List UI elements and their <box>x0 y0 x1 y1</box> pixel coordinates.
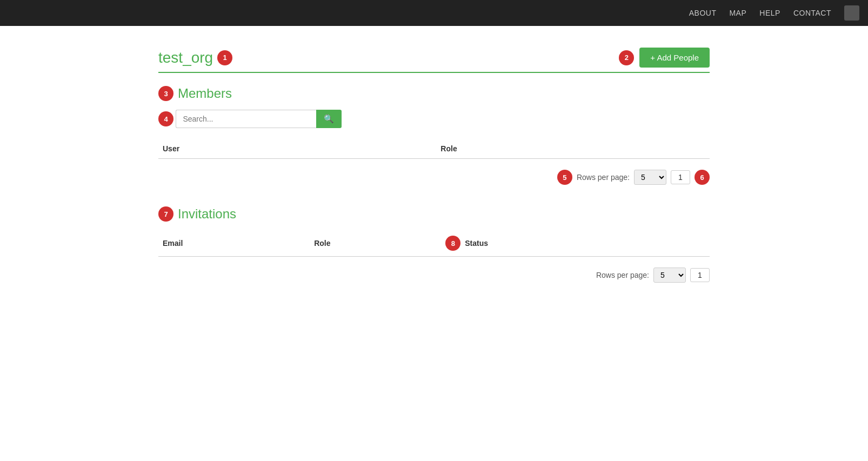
members-page-badge: 6 <box>695 170 710 185</box>
search-button[interactable]: 🔍 <box>316 110 342 128</box>
members-rows-per-page-label: Rows per page: <box>577 173 630 182</box>
members-col-role: Role <box>436 139 710 159</box>
search-row: 4 🔍 <box>158 110 710 128</box>
members-section-header: 3 Members <box>158 86 710 101</box>
nav-contact[interactable]: CONTACT <box>793 9 831 17</box>
invitations-page-number: 1 <box>690 268 710 282</box>
members-table: User Role <box>158 139 710 159</box>
user-icon[interactable] <box>844 5 859 21</box>
invitations-rows-per-page-label: Rows per page: <box>596 271 649 279</box>
search-icon: 🔍 <box>324 114 334 123</box>
org-badge-1: 1 <box>217 50 232 65</box>
invitations-rows-select[interactable]: 5 10 25 <box>653 268 686 283</box>
invitations-col-status: 8 Status <box>441 230 710 257</box>
invitations-col-role: Role <box>310 230 441 257</box>
org-header: test_org 1 2 + Add People <box>158 48 710 68</box>
members-pagination: 5 Rows per page: 5 10 25 1 6 <box>158 165 710 189</box>
members-pagination-badge: 5 <box>557 170 572 185</box>
search-badge: 4 <box>158 111 173 126</box>
members-badge: 3 <box>158 86 173 101</box>
members-rows-select[interactable]: 5 10 25 <box>634 170 666 185</box>
org-divider <box>158 72 710 73</box>
invitations-pagination: Rows per page: 5 10 25 1 <box>158 263 710 287</box>
main-content: test_org 1 2 + Add People 3 Members 4 🔍 … <box>148 26 720 326</box>
members-col-user: User <box>158 139 436 159</box>
org-title: test_org <box>158 49 213 66</box>
nav-map[interactable]: MAP <box>729 9 746 17</box>
invitations-table-header-row: Email Role 8 Status <box>158 230 710 257</box>
invitations-table: Email Role 8 Status <box>158 230 710 257</box>
org-title-row: test_org 1 <box>158 49 232 66</box>
invitations-title: Invitations <box>178 206 236 222</box>
nav-about[interactable]: ABOUT <box>689 9 717 17</box>
members-table-header-row: User Role <box>158 139 710 159</box>
members-title: Members <box>178 86 232 101</box>
add-people-button[interactable]: + Add People <box>639 48 710 68</box>
search-input[interactable] <box>176 110 316 128</box>
org-badge-2: 2 <box>619 50 634 65</box>
members-page-number: 1 <box>671 170 690 184</box>
invitations-section-header: 7 Invitations <box>158 206 710 222</box>
top-nav: ABOUT MAP HELP CONTACT <box>0 0 868 26</box>
invitations-col-email: Email <box>158 230 310 257</box>
nav-help[interactable]: HELP <box>759 9 780 17</box>
org-actions: 2 + Add People <box>619 48 710 68</box>
invitations-status-badge: 8 <box>445 236 460 251</box>
invitations-badge: 7 <box>158 206 173 222</box>
